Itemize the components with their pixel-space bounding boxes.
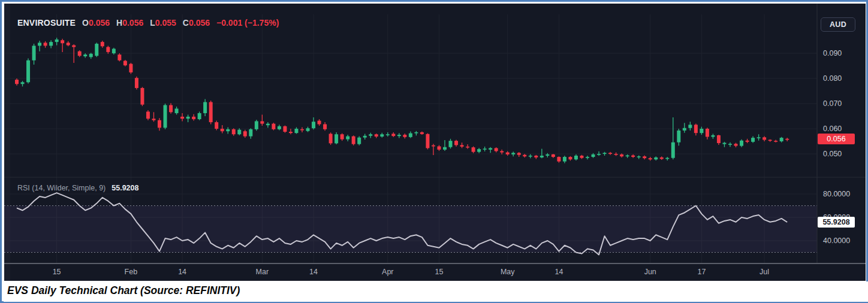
time-axis-label: 15 [45,268,69,276]
time-axis[interactable]: 15Feb14Mar14Apr15May14Jun17Jul [4,265,866,281]
time-axis-label: Jun [638,268,662,276]
chart-caption: EVS Daily Technical Chart (Source: REFIN… [7,284,240,297]
caption-bar: EVS Daily Technical Chart (Source: REFIN… [4,281,868,302]
symbol-name: ENVIROSUITE [17,18,76,28]
symbol-legend: ENVIROSUITE O0.056 H0.056 L0.055 C0.056 … [17,18,279,28]
rsi-value: 55.9208 [111,184,138,192]
open-value: O0.056 [82,18,110,28]
chart-canvas[interactable] [4,4,866,281]
time-axis-label: 14 [302,268,326,276]
time-axis-label: 15 [427,268,451,276]
rsi-label: RSI (14, Wilder, Simple, 9) [17,184,106,192]
price-axis-label: 0.050 [823,149,842,159]
time-axis-label: Apr [376,268,400,276]
time-axis-label: 14 [170,268,194,276]
high-value: H0.056 [116,18,143,28]
price-axis-label: 0.070 [823,99,842,108]
rsi-value-badge: 55.9208 [818,217,855,228]
price-axis-label: 0.080 [823,74,842,83]
time-axis-label: Mar [250,268,274,276]
rsi-axis-label: 40.0000 [823,236,850,246]
price-axis-label: 0.060 [823,124,842,134]
page-frame: ENVIROSUITE O0.056 H0.056 L0.055 C0.056 … [0,0,868,303]
time-axis-label: 17 [689,268,713,276]
close-value: C0.056 [183,18,210,28]
time-axis-label: Feb [119,268,143,276]
time-axis-label: Jul [752,268,776,276]
price-axis[interactable]: 0.0900.0800.0700.0600.05080.000060.00004… [817,4,866,263]
time-axis-label: May [496,268,520,276]
time-axis-label: 14 [547,268,571,276]
price-axis-label: 0.090 [823,49,842,58]
rsi-axis-label: 80.0000 [823,189,850,199]
low-value: L0.055 [150,18,176,28]
change-value: −0.001 (−1.75%) [216,18,279,28]
trading-chart: ENVIROSUITE O0.056 H0.056 L0.055 C0.056 … [4,4,866,281]
rsi-legend: RSI (14, Wilder, Simple, 9) 55.9208 [17,184,138,192]
last-price-badge: 0.056 [818,134,855,144]
